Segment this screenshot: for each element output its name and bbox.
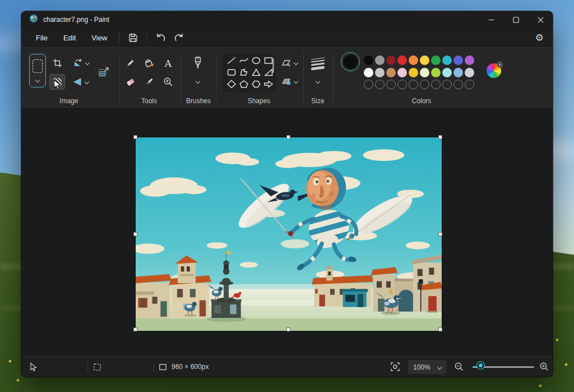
custom-color-slot[interactable]	[431, 80, 441, 89]
color-swatch[interactable]	[442, 68, 452, 77]
shape-rounded-rectangle[interactable]	[226, 68, 237, 79]
group-label-shapes: Shapes	[223, 97, 295, 105]
menu-view[interactable]: View	[84, 31, 115, 45]
gear-icon[interactable]: ⚙	[535, 32, 544, 43]
selection-rectangle-icon	[33, 59, 43, 73]
custom-color-slot[interactable]	[465, 80, 474, 89]
color-swatch[interactable]	[431, 56, 441, 65]
minimize-button[interactable]	[479, 11, 503, 28]
eraser-button[interactable]	[122, 74, 138, 90]
shape-oval[interactable]	[251, 56, 261, 67]
shape-polygon[interactable]	[239, 68, 249, 79]
selection-size-icon	[93, 357, 101, 377]
selection-handle-bottom-right[interactable]	[438, 328, 442, 331]
shape-hexagon[interactable]	[251, 80, 261, 91]
shapes-scrollbar[interactable]	[272, 58, 274, 73]
custom-color-slot[interactable]	[409, 80, 418, 89]
fit-to-window-button[interactable]	[390, 357, 400, 377]
color1-swatch[interactable]	[341, 52, 360, 71]
text-tool-button[interactable]: A	[160, 56, 176, 71]
color-swatch[interactable]	[431, 68, 441, 77]
shape-line[interactable]	[226, 56, 237, 67]
menubar: File Edit View ⚙	[21, 28, 553, 47]
selection-handle-top-middle[interactable]	[286, 135, 290, 139]
fill-with-color-button[interactable]	[141, 56, 157, 71]
selection-handle-bottom-middle[interactable]	[286, 328, 290, 331]
color-swatch[interactable]	[364, 56, 373, 65]
color-swatch[interactable]	[420, 68, 429, 77]
color-swatch[interactable]	[453, 68, 463, 77]
shape-fill-button[interactable]	[278, 74, 300, 89]
zoom-out-button[interactable]	[454, 357, 464, 377]
custom-color-slot[interactable]	[420, 80, 429, 89]
shapes-grid	[222, 54, 276, 92]
color-swatch[interactable]	[442, 56, 452, 65]
color-swatch[interactable]	[397, 56, 407, 65]
custom-color-slot[interactable]	[442, 80, 452, 89]
shape-curve[interactable]	[239, 56, 249, 67]
shape-pentagon[interactable]	[239, 80, 249, 91]
shape-right-triangle[interactable]	[263, 68, 274, 79]
group-label-image: Image	[21, 97, 117, 105]
shape-outline-button[interactable]	[278, 56, 300, 70]
size-button[interactable]	[308, 56, 328, 72]
shape-arrow[interactable]	[263, 80, 274, 91]
magnifier-button[interactable]	[160, 74, 176, 90]
color-swatch[interactable]	[409, 56, 418, 65]
color-swatch[interactable]	[375, 56, 385, 65]
shape-triangle[interactable]	[251, 68, 261, 79]
rotate-button[interactable]	[70, 55, 92, 71]
titlebar: character7.png - Paint	[21, 11, 553, 28]
color-swatch[interactable]	[397, 68, 407, 77]
redo-icon[interactable]	[170, 30, 189, 45]
zoom-slider-thumb[interactable]	[477, 362, 484, 369]
flip-button[interactable]	[70, 74, 92, 90]
menu-edit[interactable]: Edit	[55, 31, 84, 45]
selection-handle-bottom-left[interactable]	[133, 328, 137, 331]
selection-handle-top-left[interactable]	[133, 135, 137, 139]
toolbar-divider	[333, 52, 334, 104]
pencil-button[interactable]	[122, 56, 138, 71]
color-swatch[interactable]	[465, 56, 474, 65]
color-swatch[interactable]	[420, 56, 429, 65]
cursor-position-icon	[29, 357, 37, 377]
crop-button[interactable]	[49, 55, 65, 71]
color-swatch[interactable]	[386, 56, 396, 65]
custom-color-slot[interactable]	[364, 80, 373, 89]
canvas[interactable]	[136, 137, 442, 331]
shape-diamond[interactable]	[226, 80, 237, 91]
color-swatch[interactable]	[364, 68, 373, 77]
color-picker-button[interactable]	[141, 74, 157, 90]
color-swatch[interactable]	[453, 56, 463, 65]
canvas-size-indicator: 960 × 600px	[159, 357, 209, 377]
flower	[9, 360, 11, 362]
color-swatch[interactable]	[375, 68, 385, 77]
brushes-button[interactable]	[189, 54, 206, 73]
selection-handle-top-right[interactable]	[438, 135, 442, 139]
shape-rectangle[interactable]	[263, 56, 274, 67]
color-swatch[interactable]	[465, 68, 474, 77]
select-tool-button[interactable]	[29, 54, 46, 87]
custom-color-slot[interactable]	[375, 80, 385, 89]
toolbar: Image A	[21, 47, 553, 109]
custom-color-slot[interactable]	[386, 80, 396, 89]
custom-color-slot[interactable]	[397, 80, 407, 89]
edit-colors-button[interactable]: +	[487, 63, 501, 78]
maximize-button[interactable]	[503, 11, 528, 28]
undo-icon[interactable]	[151, 30, 170, 45]
save-icon[interactable]	[123, 30, 142, 45]
color-swatch[interactable]	[409, 68, 418, 77]
menu-file[interactable]: File	[28, 31, 55, 45]
selection-handle-middle-right[interactable]	[438, 232, 442, 236]
color-swatch[interactable]	[386, 68, 396, 77]
chevron-down-icon	[35, 78, 40, 82]
zoom-in-button[interactable]	[539, 357, 549, 377]
resize-button[interactable]	[94, 64, 112, 81]
toolbar-divider	[180, 52, 181, 104]
custom-color-slot[interactable]	[453, 80, 463, 89]
zoom-level-dropdown[interactable]: 100%	[408, 360, 446, 374]
selection-handle-middle-left[interactable]	[133, 232, 137, 236]
close-button[interactable]	[528, 11, 553, 28]
window-title: character7.png - Paint	[43, 16, 109, 24]
zoom-slider[interactable]	[473, 366, 534, 368]
